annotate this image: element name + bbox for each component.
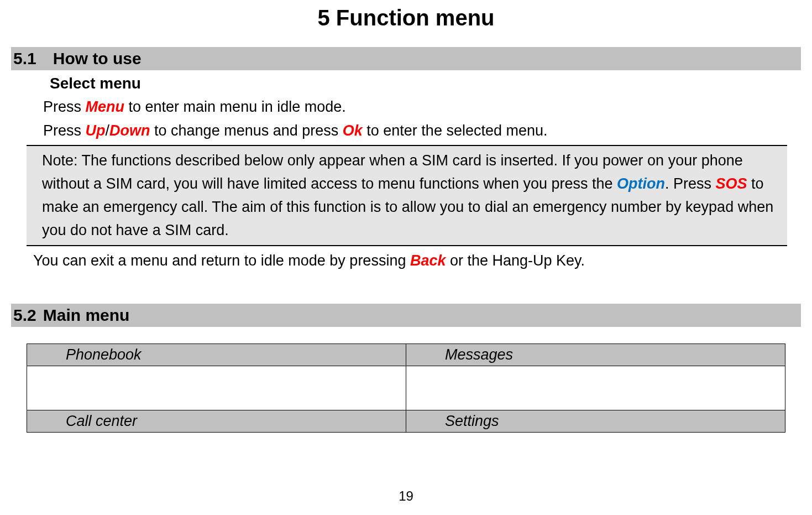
table-row: Call center Settings [27, 410, 785, 432]
chapter-title: 5 Function menu [11, 0, 801, 47]
note-box: Note: The functions described below only… [27, 145, 787, 246]
text-fragment: . Press [665, 175, 716, 192]
menu-cell-empty [406, 366, 785, 410]
paragraph: Press Up/Down to change menus and press … [11, 119, 801, 142]
key-back: Back [410, 252, 446, 269]
menu-cell-phonebook: Phonebook [27, 344, 406, 366]
section-title: How to use [53, 49, 142, 67]
paragraph: You can exit a menu and return to idle m… [11, 249, 801, 272]
key-up: Up [86, 122, 106, 139]
menu-cell-settings: Settings [406, 410, 785, 432]
key-sos: SOS [716, 175, 747, 192]
table-row: Phonebook Messages [27, 344, 785, 366]
text-fragment: Press [43, 122, 86, 139]
text-fragment: Press [43, 98, 86, 115]
section-number: 5.2 [13, 306, 36, 325]
section-title: Main menu [43, 306, 130, 324]
subsection-title: Select menu [11, 75, 801, 92]
text-fragment: / [106, 122, 110, 139]
key-option: Option [617, 175, 665, 192]
menu-cell-messages: Messages [406, 344, 785, 366]
section-number: 5.1 [13, 49, 36, 68]
main-menu-table: Phonebook Messages Call center Settings [27, 344, 785, 433]
page-number: 19 [0, 488, 812, 504]
key-menu: Menu [86, 98, 125, 115]
section-header-5-2: 5.2Main menu [11, 304, 801, 327]
text-fragment: to change menus and press [150, 122, 343, 139]
menu-cell-call-center: Call center [27, 410, 406, 432]
text-fragment: or the Hang-Up Key. [446, 252, 585, 269]
table-row [27, 366, 785, 410]
key-ok: Ok [343, 122, 363, 139]
section-header-5-1: 5.1How to use [11, 47, 801, 70]
paragraph: Press Menu to enter main menu in idle mo… [11, 96, 801, 118]
menu-cell-empty [27, 366, 406, 410]
key-down: Down [109, 122, 150, 139]
text-fragment: You can exit a menu and return to idle m… [33, 252, 410, 269]
text-fragment: to enter the selected menu. [363, 122, 548, 139]
text-fragment: to enter main menu in idle mode. [124, 98, 346, 115]
